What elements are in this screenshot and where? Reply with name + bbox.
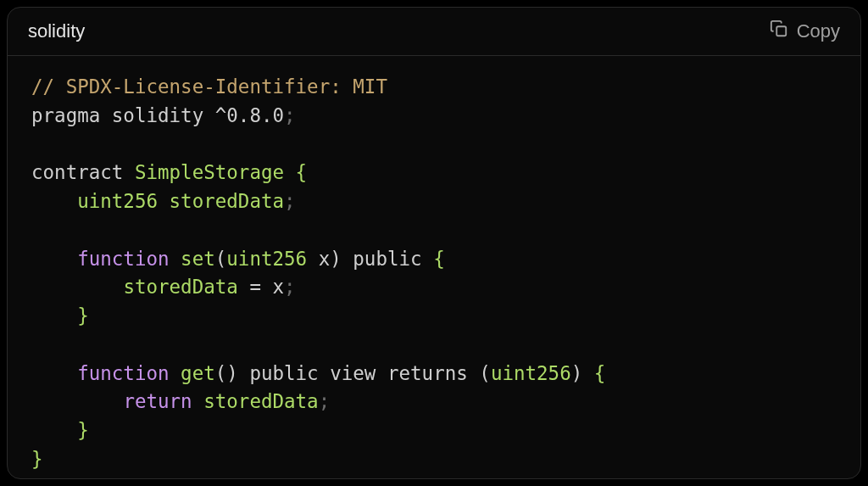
code-token: { bbox=[296, 161, 308, 183]
code-token bbox=[31, 190, 77, 212]
code-token: = bbox=[249, 276, 261, 298]
code-token bbox=[192, 390, 204, 412]
code-token: { bbox=[594, 362, 606, 384]
code-token bbox=[284, 161, 296, 183]
code-token bbox=[238, 276, 250, 298]
svg-rect-0 bbox=[776, 26, 786, 36]
code-token: } bbox=[77, 419, 89, 441]
code-token: () bbox=[215, 362, 238, 384]
code-token: public view returns bbox=[238, 362, 479, 384]
code-token bbox=[31, 248, 77, 270]
code-token: ; bbox=[284, 276, 296, 298]
code-token: 0.8.0 bbox=[226, 104, 284, 126]
code-token: uint256 bbox=[77, 190, 158, 212]
code-token: function bbox=[77, 248, 169, 270]
code-token: } bbox=[77, 304, 89, 327]
code-token: storedData bbox=[170, 190, 284, 212]
code-token bbox=[31, 362, 77, 384]
code-token bbox=[31, 276, 123, 298]
code-token bbox=[582, 362, 594, 384]
code-token: return bbox=[123, 390, 192, 412]
code-token: storedData bbox=[123, 276, 237, 298]
code-token bbox=[31, 390, 123, 412]
copy-label: Copy bbox=[797, 20, 840, 42]
code-body: // SPDX-License-Identifier: MIT pragma s… bbox=[8, 56, 860, 478]
code-token: SimpleStorage bbox=[135, 161, 284, 183]
copy-button[interactable]: Copy bbox=[770, 20, 840, 43]
code-token: get bbox=[181, 362, 215, 384]
code-content: // SPDX-License-Identifier: MIT pragma s… bbox=[31, 73, 837, 474]
code-token: uint256 bbox=[226, 248, 307, 270]
code-token: ; bbox=[319, 390, 331, 412]
code-token: ) bbox=[330, 248, 342, 270]
code-token bbox=[31, 304, 77, 327]
code-token: { bbox=[433, 248, 445, 270]
code-token: x bbox=[307, 248, 330, 270]
code-token: ( bbox=[215, 248, 227, 270]
code-block: solidity Copy // SPDX-License-Identifier… bbox=[7, 7, 861, 479]
code-token: } bbox=[31, 448, 43, 470]
code-token: storedData bbox=[203, 390, 318, 412]
code-token: set bbox=[181, 248, 215, 270]
code-token bbox=[31, 419, 77, 441]
code-token bbox=[170, 362, 181, 384]
code-token: public bbox=[342, 248, 433, 270]
code-token: ) bbox=[571, 362, 583, 384]
copy-icon bbox=[770, 20, 788, 43]
code-token: ; bbox=[284, 104, 296, 126]
code-header: solidity Copy bbox=[8, 8, 860, 56]
code-token: x bbox=[261, 276, 284, 298]
language-label: solidity bbox=[28, 20, 85, 42]
code-token: ; bbox=[284, 190, 296, 212]
code-token: function bbox=[77, 362, 169, 384]
code-token: uint256 bbox=[491, 362, 571, 384]
code-token: contract bbox=[31, 161, 135, 183]
code-token bbox=[170, 248, 181, 270]
code-token: ^ bbox=[215, 104, 227, 126]
code-token: // SPDX-License-Identifier: MIT bbox=[31, 75, 387, 98]
code-token bbox=[158, 190, 170, 212]
code-token: ( bbox=[479, 362, 491, 384]
code-token: pragma solidity bbox=[31, 104, 215, 126]
